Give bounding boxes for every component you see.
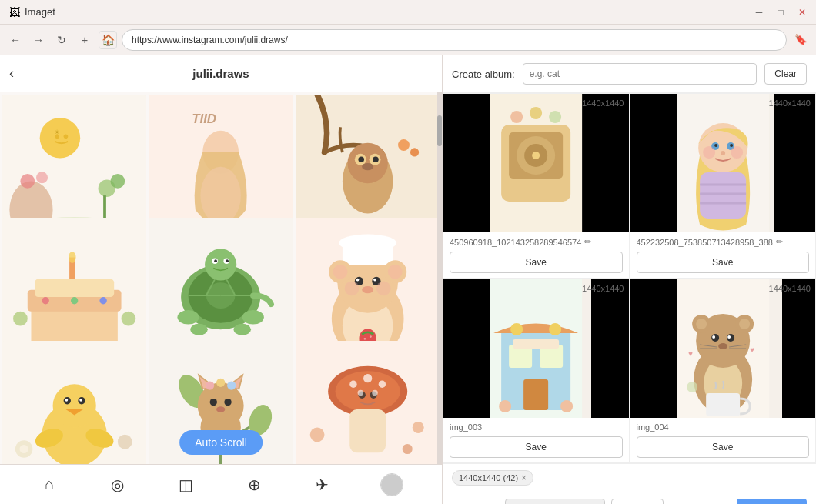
svg-point-23	[362, 163, 373, 170]
edit-icon-2[interactable]: ✏	[776, 237, 783, 247]
svg-point-108	[363, 374, 372, 382]
home-icon[interactable]: ⌂	[38, 474, 60, 496]
new-tab-button[interactable]: +	[75, 31, 94, 49]
svg-point-112	[309, 427, 324, 442]
forward-button[interactable]: →	[29, 31, 48, 49]
svg-point-68	[356, 279, 359, 282]
album-header: Create album: Clear	[443, 55, 816, 93]
svg-point-131	[703, 146, 715, 159]
svg-point-133	[721, 151, 725, 155]
image-dimensions-3: 1440x1440	[582, 284, 624, 293]
list-item[interactable]	[2, 341, 146, 464]
svg-point-109	[378, 381, 385, 388]
svg-point-97	[216, 406, 225, 412]
svg-point-132	[731, 146, 743, 159]
svg-point-46	[205, 249, 236, 280]
image-preview-1: 1440x1440	[443, 94, 629, 232]
svg-point-75	[370, 335, 372, 338]
svg-point-155	[739, 319, 750, 329]
back-button[interactable]: ←	[6, 31, 25, 49]
scroll-thumb[interactable]	[437, 115, 442, 146]
explore-icon[interactable]: ◎	[107, 474, 129, 496]
svg-point-123	[530, 107, 542, 119]
tags-row: 1440x1440 (42) ×	[443, 464, 816, 492]
save-button-2[interactable]: Save	[637, 252, 810, 273]
controls-row: Image size: 1440x1440 (42) ⚙ Filter Save…	[443, 492, 816, 504]
svg-point-124	[549, 111, 561, 123]
auto-scroll-button[interactable]: Auto Scroll	[179, 430, 263, 455]
svg-point-6	[20, 174, 35, 189]
svg-point-96	[225, 399, 232, 406]
address-bar-input[interactable]	[122, 29, 787, 51]
browser-bar: ← → ↻ + 🏠 🔖	[0, 25, 816, 55]
refresh-button[interactable]: ↻	[52, 31, 71, 49]
clear-button[interactable]: Clear	[764, 63, 807, 85]
image-card-bottom-1: 450960918_102143258289546574 ✏ Save	[443, 232, 629, 278]
svg-point-74	[363, 338, 366, 340]
save-button-3[interactable]: Save	[450, 436, 623, 458]
album-label: Create album:	[452, 68, 515, 80]
svg-rect-144	[523, 379, 548, 410]
svg-point-24	[398, 139, 410, 151]
svg-point-50	[226, 259, 229, 262]
profile-icon[interactable]	[380, 473, 403, 496]
scroll-track[interactable]	[437, 92, 442, 464]
svg-point-34	[99, 297, 106, 304]
svg-point-64	[333, 265, 347, 279]
save-button-1[interactable]: Save	[450, 252, 623, 273]
svg-point-83	[65, 399, 68, 402]
image-preview-2: 1440x1440	[630, 94, 816, 232]
svg-point-95	[210, 399, 217, 406]
svg-point-52	[242, 310, 264, 325]
album-input[interactable]	[523, 63, 757, 85]
svg-point-107	[349, 381, 356, 388]
filter-button[interactable]: ⚙ Filter	[611, 499, 664, 504]
send-icon[interactable]: ✈	[312, 474, 333, 496]
image-filename-1: 450960918_102143258289546574 ✏	[450, 237, 623, 247]
svg-point-114	[402, 444, 412, 454]
home-button[interactable]: 🏠	[99, 31, 117, 49]
edit-icon-1[interactable]: ✏	[584, 237, 591, 247]
svg-point-99	[216, 379, 225, 387]
svg-point-129	[714, 144, 717, 147]
extension-icon[interactable]: 🔖	[791, 31, 810, 49]
tag-close-button[interactable]: ×	[521, 472, 527, 483]
svg-point-69	[373, 279, 376, 282]
image-filename-4: img_004	[637, 422, 810, 432]
svg-point-88	[19, 445, 28, 453]
svg-point-15	[201, 167, 241, 225]
svg-point-49	[215, 259, 218, 262]
svg-point-121	[532, 152, 540, 159]
svg-point-33	[71, 297, 78, 304]
save-all-button[interactable]: Save all (42)	[737, 499, 807, 504]
svg-point-53	[191, 324, 208, 335]
svg-point-113	[412, 422, 423, 433]
table-row: 1440x1440 img_003 Save	[443, 279, 630, 463]
svg-rect-165	[706, 393, 740, 416]
minimize-button[interactable]: ─	[751, 5, 767, 20]
svg-point-22	[373, 157, 378, 162]
image-card-bottom-4: img_004 Save	[630, 418, 816, 462]
svg-point-36	[122, 312, 136, 326]
list-item[interactable]: julii.draws	[296, 341, 440, 464]
svg-point-100	[227, 381, 236, 389]
svg-point-3	[55, 135, 59, 139]
svg-point-61	[339, 235, 396, 252]
reels-icon[interactable]: ◫	[176, 474, 197, 496]
svg-point-154	[696, 319, 707, 329]
svg-text:♥: ♥	[750, 345, 754, 354]
table-row: 1440x1440 452232508_753850713428958_388 …	[630, 93, 817, 279]
svg-point-130	[730, 144, 733, 147]
svg-point-72	[376, 281, 391, 295]
svg-point-145	[499, 400, 511, 412]
close-button[interactable]: ✕	[794, 5, 810, 20]
svg-point-9	[110, 174, 125, 189]
maximize-button[interactable]: □	[773, 5, 788, 20]
save-button-4[interactable]: Save	[637, 436, 810, 458]
feed-back-button[interactable]: ‹	[9, 65, 14, 82]
size-select[interactable]: 1440x1440 (42)	[505, 499, 605, 504]
svg-rect-134	[700, 172, 746, 219]
svg-point-35	[13, 312, 28, 326]
svg-point-140	[510, 323, 523, 335]
add-post-icon[interactable]: ⊕	[243, 474, 265, 496]
